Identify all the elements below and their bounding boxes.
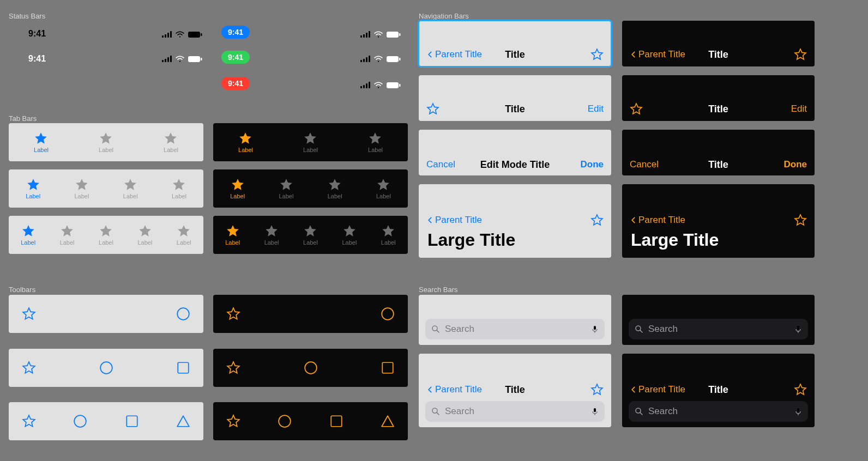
square-outline-icon[interactable] bbox=[125, 414, 139, 428]
star-outline-icon[interactable] bbox=[22, 361, 36, 375]
star-outline-icon[interactable] bbox=[426, 102, 439, 116]
circle-outline-icon[interactable] bbox=[73, 414, 87, 428]
search-field[interactable]: Search bbox=[425, 401, 605, 422]
nav-title: Title bbox=[708, 384, 728, 396]
nav-back-button[interactable]: Parent Title bbox=[426, 384, 482, 396]
status-time-black-1: 9:41 bbox=[28, 29, 46, 39]
tab-item[interactable]: Label bbox=[381, 224, 396, 246]
tab-item[interactable]: Label bbox=[26, 178, 40, 199]
tab-item[interactable]: Label bbox=[60, 224, 75, 246]
tab-item[interactable]: Label bbox=[177, 224, 191, 246]
chevron-left-icon bbox=[630, 48, 637, 60]
nav-back-button[interactable]: Parent Title bbox=[426, 48, 482, 60]
tab-item[interactable]: Label bbox=[368, 131, 383, 153]
square-outline-icon[interactable] bbox=[329, 414, 343, 428]
nav-back-button[interactable]: Parent Title bbox=[630, 214, 685, 226]
nav-back-button[interactable]: Parent Title bbox=[630, 48, 685, 60]
star-outline-icon[interactable] bbox=[630, 102, 643, 116]
circle-outline-icon[interactable] bbox=[176, 307, 190, 321]
star-icon bbox=[238, 131, 252, 145]
triangle-outline-icon[interactable] bbox=[176, 414, 190, 428]
done-button[interactable]: Done bbox=[581, 159, 604, 170]
mic-icon[interactable] bbox=[590, 405, 599, 417]
search-bar-light-with-nav: Parent Title Title Search bbox=[419, 354, 611, 427]
toolbar-dark-4 bbox=[213, 402, 408, 440]
search-bar-dark-with-nav: Parent Title Title Search bbox=[622, 354, 815, 427]
search-field[interactable]: Search bbox=[629, 319, 808, 339]
tab-item[interactable]: Label bbox=[376, 178, 391, 199]
star-outline-icon[interactable] bbox=[22, 414, 36, 428]
square-outline-icon[interactable] bbox=[176, 361, 190, 375]
tab-item[interactable]: Label bbox=[328, 178, 342, 199]
toolbar-light-2 bbox=[9, 295, 203, 333]
tab-item[interactable]: Label bbox=[164, 131, 178, 153]
tab-item[interactable]: Label bbox=[99, 131, 113, 153]
mic-icon[interactable] bbox=[590, 323, 599, 335]
star-outline-icon[interactable] bbox=[794, 383, 807, 396]
tab-item[interactable]: Label bbox=[342, 224, 357, 246]
tab-item[interactable]: Label bbox=[303, 224, 318, 246]
wifi-icon bbox=[175, 54, 185, 63]
tab-item[interactable]: Label bbox=[34, 131, 49, 153]
tab-item[interactable]: Label bbox=[225, 224, 240, 246]
nav-back-button[interactable]: Parent Title bbox=[426, 214, 482, 226]
nav-bar-dark-edit: Title Edit bbox=[622, 75, 815, 121]
status-time-pill-red: 9:41 bbox=[221, 77, 250, 90]
tab-item[interactable]: Label bbox=[21, 224, 35, 246]
star-outline-icon[interactable] bbox=[226, 414, 240, 428]
circle-outline-icon[interactable] bbox=[381, 307, 395, 321]
search-field[interactable]: Search bbox=[629, 401, 808, 422]
toolbar-dark-2 bbox=[213, 295, 408, 333]
magnify-icon bbox=[634, 407, 644, 416]
edit-button[interactable]: Edit bbox=[791, 104, 807, 114]
star-outline-icon[interactable] bbox=[794, 214, 807, 227]
circle-outline-icon[interactable] bbox=[278, 414, 292, 428]
tab-item[interactable]: Label bbox=[279, 178, 293, 199]
search-field[interactable]: Search bbox=[425, 319, 605, 339]
tab-item[interactable]: Label bbox=[303, 131, 318, 153]
star-outline-icon[interactable] bbox=[226, 361, 240, 375]
square-outline-icon[interactable] bbox=[381, 361, 395, 375]
tab-item[interactable]: Label bbox=[230, 178, 245, 199]
chevron-left-icon bbox=[426, 214, 434, 226]
battery-icon bbox=[387, 31, 401, 38]
tab-item[interactable]: Label bbox=[172, 178, 186, 199]
toolbar-light-3 bbox=[9, 349, 203, 387]
cancel-button[interactable]: Cancel bbox=[426, 159, 455, 170]
tab-item[interactable]: Label bbox=[123, 178, 138, 199]
nav-title: Edit Mode Title bbox=[480, 159, 550, 171]
edit-button[interactable]: Edit bbox=[588, 104, 604, 114]
star-outline-icon[interactable] bbox=[226, 307, 240, 321]
tab-item[interactable]: Label bbox=[238, 131, 253, 153]
star-icon bbox=[26, 178, 40, 192]
tab-bar-light-5: Label Label Label Label Label bbox=[9, 216, 203, 254]
done-button[interactable]: Done bbox=[784, 159, 807, 170]
star-icon bbox=[303, 224, 317, 238]
tab-item[interactable]: Label bbox=[137, 224, 152, 246]
star-outline-icon[interactable] bbox=[590, 383, 604, 396]
triangle-outline-icon[interactable] bbox=[381, 414, 395, 428]
tab-item[interactable]: Label bbox=[74, 178, 89, 199]
nav-large-title: Large Title bbox=[427, 230, 515, 250]
tab-bar-dark-3: Label Label Label bbox=[213, 123, 408, 161]
circle-outline-icon[interactable] bbox=[304, 361, 318, 375]
tab-item[interactable]: Label bbox=[264, 224, 279, 246]
battery-icon bbox=[387, 56, 401, 63]
signal-icon bbox=[360, 31, 370, 38]
star-outline-icon[interactable] bbox=[590, 48, 604, 61]
circle-outline-icon[interactable] bbox=[99, 361, 113, 375]
star-outline-icon[interactable] bbox=[22, 307, 36, 321]
toolbar-light-4 bbox=[9, 402, 203, 440]
section-label-tab-bars: Tab Bars bbox=[9, 114, 37, 123]
star-outline-icon[interactable] bbox=[794, 48, 807, 61]
signal-icon bbox=[162, 56, 172, 62]
star-outline-icon[interactable] bbox=[590, 214, 604, 227]
nav-bar-light-cancel-done: Cancel Edit Mode Title Done bbox=[419, 130, 611, 175]
mic-icon[interactable] bbox=[794, 323, 803, 335]
mic-icon[interactable] bbox=[794, 405, 803, 417]
nav-back-button[interactable]: Parent Title bbox=[630, 384, 685, 396]
tab-item[interactable]: Label bbox=[99, 224, 113, 246]
cancel-button[interactable]: Cancel bbox=[630, 159, 659, 170]
nav-title: Title bbox=[505, 49, 525, 60]
battery-icon bbox=[188, 31, 202, 38]
